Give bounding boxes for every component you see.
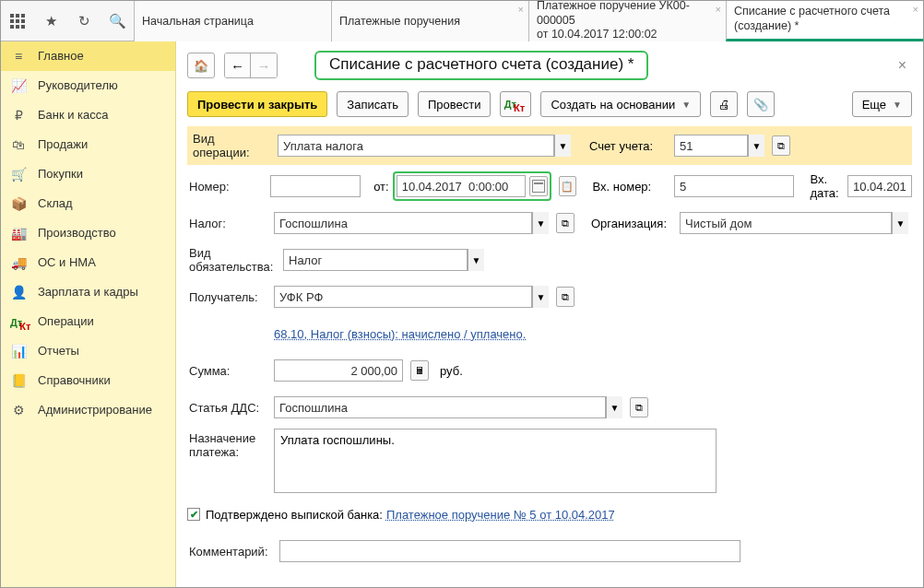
calendar-button[interactable] xyxy=(529,176,548,196)
org-input[interactable] xyxy=(680,212,892,234)
post-and-close-button[interactable]: Провести и закрыть xyxy=(187,91,327,117)
innum-label: Вх. номер: xyxy=(593,180,670,194)
sidebar-item-label: Покупки xyxy=(38,167,83,181)
confirmed-checkbox[interactable]: ✔Подтверждено выпиской банка: xyxy=(187,508,383,522)
ruble-icon: ₽ xyxy=(10,108,27,123)
sidebar-item-bank[interactable]: ₽Банк и касса xyxy=(1,100,175,130)
sidebar-item-refs[interactable]: 📒Справочники xyxy=(1,366,175,395)
tax-account-link[interactable]: 68.10, Налог (взносы): начислено / уплач… xyxy=(274,327,526,341)
sidebar-item-main[interactable]: ≡Главное xyxy=(1,41,175,71)
bag-icon: 🛍 xyxy=(10,137,27,152)
close-icon[interactable]: × xyxy=(913,4,918,15)
payee-label: Получатель: xyxy=(187,290,270,304)
person-icon: 👤 xyxy=(10,285,27,300)
sidebar-item-label: Склад xyxy=(38,196,73,210)
sidebar-item-manager[interactable]: 📈Руководителю xyxy=(1,71,175,100)
purpose-textarea[interactable] xyxy=(274,429,717,493)
comment-label: Комментарий: xyxy=(187,545,276,559)
optype-input[interactable] xyxy=(278,135,554,157)
home-button[interactable]: 🏠 xyxy=(187,53,215,78)
dtkt-icon: Дт xyxy=(10,314,27,329)
forward-button[interactable]: → xyxy=(251,53,277,77)
truck-icon: 🚚 xyxy=(10,255,27,270)
write-button[interactable]: Записать xyxy=(337,91,409,117)
chevron-down-icon: ▼ xyxy=(681,100,691,110)
purpose-label: Назначениеплатежа: xyxy=(187,429,270,459)
sidebar-item-production[interactable]: 🏭Производство xyxy=(1,218,175,248)
print-button[interactable]: 🖨 xyxy=(710,91,738,117)
close-icon[interactable]: × xyxy=(716,4,721,15)
sidebar-item-label: Банк и касса xyxy=(38,108,109,122)
obltype-input[interactable] xyxy=(283,249,468,271)
tab-start[interactable]: Начальная страница xyxy=(134,1,331,41)
number-input[interactable] xyxy=(270,175,361,197)
sidebar-item-label: Справочники xyxy=(38,373,111,387)
more-button[interactable]: Еще▼ xyxy=(852,91,912,117)
bank-statement-link[interactable]: Платежное поручение № 5 от 10.04.2017 xyxy=(386,508,615,522)
innum-input[interactable] xyxy=(674,175,794,197)
book-icon: 📒 xyxy=(10,373,27,388)
payee-input[interactable] xyxy=(274,286,532,308)
swap-icon[interactable]: ↻ xyxy=(67,1,101,41)
sum-input[interactable] xyxy=(274,359,403,382)
nav-arrows: ← → xyxy=(224,53,278,78)
page-title: Списание с расчетного счета (создание) * xyxy=(314,51,648,80)
dtkt-button[interactable]: Дт xyxy=(500,91,531,117)
open-ref-button[interactable]: ⧉ xyxy=(556,287,575,307)
dropdown-icon[interactable]: ▼ xyxy=(892,212,908,234)
tax-input[interactable] xyxy=(274,212,532,234)
open-ref-button[interactable]: ⧉ xyxy=(630,397,648,417)
sidebar-item-label: Главное xyxy=(38,49,84,63)
account-input[interactable] xyxy=(674,135,748,157)
menu-bars-icon: ≡ xyxy=(10,49,27,64)
sidebar-item-payroll[interactable]: 👤Зарплата и кадры xyxy=(1,277,175,307)
comment-input[interactable] xyxy=(279,540,740,562)
tab-paymentorder-doc[interactable]: Платежное поручение УК00-000005от 10.04.… xyxy=(528,1,726,41)
dropdown-icon[interactable]: ▼ xyxy=(606,396,622,418)
create-based-on-button[interactable]: Создать на основании▼ xyxy=(540,91,701,117)
dropdown-icon[interactable]: ▼ xyxy=(532,212,549,234)
dropdown-icon[interactable]: ▼ xyxy=(554,135,571,157)
back-button[interactable]: ← xyxy=(225,53,251,77)
search-icon[interactable]: 🔍 xyxy=(101,1,134,41)
sidebar-item-label: Зарплата и кадры xyxy=(38,285,138,299)
clipboard-button[interactable]: 📋 xyxy=(559,176,576,196)
org-label: Организация: xyxy=(591,217,676,230)
indate-input[interactable] xyxy=(847,175,912,197)
star-icon[interactable]: ★ xyxy=(34,1,67,41)
dropdown-icon[interactable]: ▼ xyxy=(468,249,484,271)
calculator-button[interactable]: 🖩 xyxy=(410,360,429,381)
sidebar-item-purchases[interactable]: 🛒Покупки xyxy=(1,159,175,189)
top-tabrow: ★ ↻ 🔍 Начальная страница Платежные поруч… xyxy=(1,1,923,41)
open-ref-button[interactable]: ⧉ xyxy=(772,135,790,156)
chevron-down-icon: ▼ xyxy=(893,100,902,110)
box-icon: 📦 xyxy=(10,196,27,211)
post-button[interactable]: Провести xyxy=(418,91,492,117)
tab-bankwriteoff-new[interactable]: Списание с расчетного счета(создание) *× xyxy=(726,1,923,41)
tax-label: Налог: xyxy=(187,217,270,230)
sidebar-item-reports[interactable]: 📊Отчеты xyxy=(1,336,175,366)
open-ref-button[interactable]: ⧉ xyxy=(556,213,575,233)
sidebar-item-label: Производство xyxy=(38,226,116,240)
dds-input[interactable] xyxy=(274,396,606,418)
apps-icon[interactable] xyxy=(1,1,34,41)
chart-up-icon: 📈 xyxy=(10,78,27,93)
tab-paymentorders[interactable]: Платежные поручения× xyxy=(331,1,528,41)
dropdown-icon[interactable]: ▼ xyxy=(748,135,764,157)
date-input[interactable] xyxy=(397,175,526,197)
sidebar-item-warehouse[interactable]: 📦Склад xyxy=(1,189,175,218)
rub-label: руб. xyxy=(440,364,463,378)
close-page-button[interactable]: × xyxy=(898,57,912,74)
sidebar: ≡Главное 📈Руководителю ₽Банк и касса 🛍Пр… xyxy=(1,41,176,587)
main-panel: 🏠 ← → Списание с расчетного счета (созда… xyxy=(176,41,923,587)
close-icon[interactable]: × xyxy=(518,4,524,15)
attach-button[interactable]: 📎 xyxy=(747,91,775,117)
sidebar-item-sales[interactable]: 🛍Продажи xyxy=(1,130,175,159)
sidebar-item-admin[interactable]: ⚙Администрирование xyxy=(1,395,175,425)
sidebar-item-operations[interactable]: ДтОперации xyxy=(1,307,175,336)
bars-icon: 📊 xyxy=(10,344,27,359)
sidebar-item-assets[interactable]: 🚚ОС и НМА xyxy=(1,248,175,277)
sidebar-item-label: Отчеты xyxy=(38,344,79,358)
dropdown-icon[interactable]: ▼ xyxy=(532,286,549,308)
obltype-label: Вид обязательства: xyxy=(187,246,279,274)
